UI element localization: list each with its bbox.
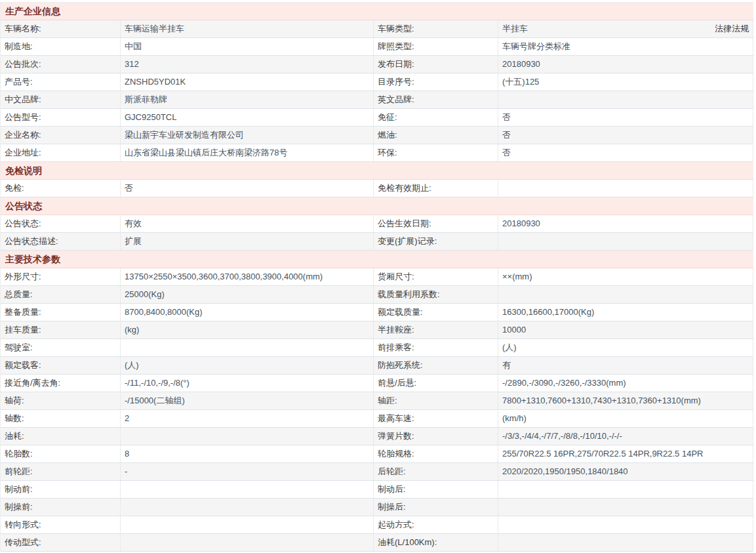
field-label: 半挂鞍座: [374, 321, 498, 338]
law-link[interactable]: 法律法规 [715, 20, 749, 37]
field-value [121, 481, 374, 498]
field-value: 中国 [121, 38, 374, 55]
table-row: 外形尺寸:13750×2550×3500,3600,3700,3800,3900… [1, 268, 753, 286]
field-value: 有效 [121, 215, 374, 232]
field-label: 中文品牌: [1, 91, 121, 108]
field-label: 整备质量: [1, 304, 121, 321]
field-value: 山东省梁山县梁山镇后庄大桥南梁济路78号 [121, 144, 374, 161]
field-value [498, 180, 753, 197]
field-value: (人) [121, 357, 374, 374]
field-value: 斯派菲勒牌 [121, 91, 374, 108]
field-value: 否 [498, 109, 753, 126]
field-label: 制操后: [374, 499, 498, 516]
field-label: 转向形式: [1, 516, 121, 533]
table-row: 企业地址:山东省梁山县梁山镇后庄大桥南梁济路78号环保:否 [1, 144, 753, 162]
table-row: 公告批次:312发布日期:20180930 [1, 56, 753, 73]
field-label: 车辆类型: [374, 20, 498, 37]
field-label: 油耗: [1, 428, 121, 445]
field-label: 免检: [1, 180, 121, 197]
field-value [498, 233, 753, 250]
field-value: 否 [121, 180, 374, 197]
table-row: 驾驶室:前排乘客:(人) [1, 339, 753, 357]
vehicle-spec-page: 生产企业信息车辆名称:车辆运输半挂车车辆类型:半挂车法律法规制造地:中国牌照类型… [0, 0, 756, 552]
table-row: 制操前:制操后: [1, 499, 753, 516]
field-label: 载质量利用系数: [374, 286, 498, 303]
field-value: 有 [498, 357, 753, 374]
field-value [498, 91, 753, 108]
field-value [121, 534, 374, 551]
field-label: 车辆名称: [1, 20, 121, 37]
field-label: 牌照类型: [374, 38, 498, 55]
field-label: 总质量: [1, 286, 121, 303]
field-value [498, 481, 753, 498]
field-value: 否 [498, 144, 753, 161]
spec-table: 生产企业信息车辆名称:车辆运输半挂车车辆类型:半挂车法律法规制造地:中国牌照类型… [0, 2, 753, 552]
field-label: 制动后: [374, 481, 498, 498]
field-label: 目录序号: [374, 73, 498, 91]
field-value [121, 499, 374, 516]
field-value: -/2890,-/3090,-/3260,-/3330(mm) [498, 375, 753, 392]
section-header: 公告状态 [1, 197, 753, 215]
field-value: 8700,8400,8000(Kg) [121, 304, 374, 321]
field-label: 弹簧片数: [374, 428, 498, 445]
field-label: 发布日期: [374, 56, 498, 73]
field-label: 燃油: [374, 127, 498, 144]
field-label: 前悬/后悬: [374, 375, 498, 392]
field-label: 环保: [374, 144, 498, 161]
field-label: 制操前: [1, 499, 121, 516]
field-value: 13750×2550×3500,3600,3700,3800,3900,4000… [121, 268, 374, 285]
field-label: 起动方式: [374, 516, 498, 533]
table-row: 转向形式:起动方式: [1, 516, 753, 534]
field-label: 企业名称: [1, 127, 121, 144]
field-value [121, 339, 374, 356]
field-value: 2 [121, 410, 374, 427]
field-value: 255/70R22.5 16PR,275/70R22.5 14PR,9R22.5… [498, 445, 753, 462]
field-value [498, 534, 753, 551]
field-label: 油耗(L/100Km): [374, 534, 498, 551]
field-label: 公告批次: [1, 56, 121, 73]
field-label: 额定载客: [1, 357, 121, 374]
field-value: ××(mm) [498, 268, 753, 285]
field-label: 轮胎数: [1, 445, 121, 462]
field-value: (十五)125 [498, 73, 753, 91]
field-label: 前轮距: [1, 463, 121, 480]
table-row: 传动型式:油耗(L/100Km): [1, 534, 753, 552]
field-value: -/15000(二轴组) [121, 392, 374, 409]
field-value: 10000 [498, 321, 753, 338]
field-value: (kg) [121, 321, 374, 338]
table-row: 免检:否免检有效期止: [1, 180, 753, 197]
table-row: 轴数:2最高车速:(km/h) [1, 410, 753, 428]
table-row: 轮胎数:8轮胎规格:255/70R22.5 16PR,275/70R22.5 1… [1, 445, 753, 463]
field-value: - [121, 463, 374, 480]
section-header: 免检说明 [1, 162, 753, 180]
field-value: 8 [121, 445, 374, 462]
field-label: 防抱死系统: [374, 357, 498, 374]
field-label: 轴荷: [1, 392, 121, 409]
field-value: 车辆运输半挂车 [121, 20, 374, 37]
field-value-text: 半挂车 [502, 20, 528, 37]
field-label: 公告型号: [1, 109, 121, 126]
table-row: 整备质量:8700,8400,8000(Kg)额定载质量:16300,16600… [1, 304, 753, 321]
table-row: 挂车质量:(kg)半挂鞍座:10000 [1, 321, 753, 339]
field-value: 16300,16600,17000(Kg) [498, 304, 753, 321]
field-label: 后轮距: [374, 463, 498, 480]
field-value: 7800+1310,7600+1310,7430+1310,7360+1310(… [498, 392, 753, 409]
field-label: 变更(扩展)记录: [374, 233, 498, 250]
section-header: 生产企业信息 [1, 3, 753, 20]
field-label: 产品号: [1, 73, 121, 91]
field-label: 制造地: [1, 38, 121, 55]
field-value: 20180930 [498, 215, 753, 232]
field-label: 货厢尺寸: [374, 268, 498, 285]
field-value: -/3/3,-/4/4,-/7/7,-/8/8,-/10/10,-/-/- [498, 428, 753, 445]
field-label: 企业地址: [1, 144, 121, 161]
field-value: 20180930 [498, 56, 753, 73]
field-label: 轴数: [1, 410, 121, 427]
field-label: 公告状态描述: [1, 233, 121, 250]
field-label: 公告状态: [1, 215, 121, 232]
table-row: 车辆名称:车辆运输半挂车车辆类型:半挂车法律法规 [1, 20, 753, 38]
table-row: 油耗:弹簧片数:-/3/3,-/4/4,-/7/7,-/8/8,-/10/10,… [1, 428, 753, 445]
table-row: 中文品牌:斯派菲勒牌英文品牌: [1, 91, 753, 109]
table-row: 企业名称:梁山新宇车业研发制造有限公司燃油:否 [1, 127, 753, 144]
field-label: 免检有效期止: [374, 180, 498, 197]
field-label: 最高车速: [374, 410, 498, 427]
